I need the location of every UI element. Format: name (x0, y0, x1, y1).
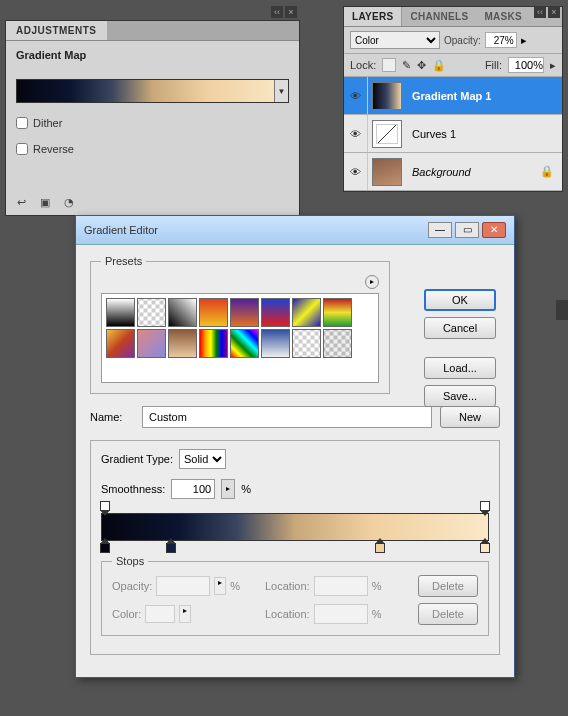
preset-swatch[interactable] (292, 298, 321, 327)
visibility-icon[interactable]: 👁 (344, 153, 368, 190)
preset-swatch[interactable] (323, 298, 352, 327)
layers-list: 👁Gradient Map 1👁Curves 1👁Background🔒 (344, 77, 562, 191)
lock-position-icon[interactable]: ✥ (417, 59, 426, 72)
gradient-editor-strip[interactable] (101, 513, 489, 541)
fill-input[interactable] (508, 57, 544, 73)
channels-tab[interactable]: CHANNELS (402, 7, 476, 26)
opacity-stop[interactable] (480, 501, 490, 511)
gradient-type-row: Gradient Type: Solid (101, 449, 489, 469)
preset-swatch[interactable] (199, 329, 228, 358)
dialog-titlebar[interactable]: Gradient Editor — ▭ ✕ (76, 216, 514, 245)
new-adj-icon[interactable]: ▣ (36, 193, 54, 211)
layer-thumbnail[interactable] (372, 82, 402, 110)
save-button[interactable]: Save... (424, 385, 496, 407)
stops-fieldset: Stops Opacity: ▸ % Location: % Delete (101, 555, 489, 636)
stop-color-swatch (145, 605, 175, 623)
layer-name[interactable]: Curves 1 (406, 128, 562, 140)
preset-swatch[interactable] (106, 298, 135, 327)
adjustments-tab[interactable]: ADJUSTMENTS (6, 21, 107, 40)
layer-name[interactable]: Gradient Map 1 (406, 90, 562, 102)
opacity-stepper-icon: ▸ (214, 577, 226, 595)
close-icon[interactable]: ✕ (482, 222, 506, 238)
preset-swatch[interactable] (323, 329, 352, 358)
layer-row[interactable]: 👁Background🔒 (344, 153, 562, 191)
layer-name[interactable]: Background (406, 166, 540, 178)
preset-swatch[interactable] (106, 329, 135, 358)
visibility-icon[interactable]: 👁 (344, 77, 368, 114)
preset-swatch[interactable] (230, 298, 259, 327)
preset-scroll[interactable] (101, 293, 379, 383)
gradient-bar[interactable] (101, 513, 489, 541)
dither-checkbox[interactable] (16, 117, 28, 129)
fill-flyout-icon[interactable]: ▸ (550, 59, 556, 72)
lock-all-icon[interactable]: 🔒 (432, 59, 446, 72)
reverse-checkbox[interactable] (16, 143, 28, 155)
gradient-preview[interactable]: ▼ (16, 79, 289, 103)
visibility-icon[interactable]: 👁 (344, 115, 368, 152)
layers-panel: ‹‹ × LAYERS CHANNELS MASKS Color Opacity… (343, 6, 563, 192)
preset-swatch[interactable] (168, 329, 197, 358)
cancel-button[interactable]: Cancel (424, 317, 496, 339)
opacity-flyout-icon[interactable]: ▸ (521, 34, 527, 47)
smoothness-pct: % (241, 483, 251, 495)
ok-button[interactable]: OK (424, 289, 496, 311)
opacity-input[interactable] (485, 32, 517, 48)
fill-label: Fill: (485, 59, 502, 71)
stop-location-label-2: Location: (265, 608, 310, 620)
preset-swatch[interactable] (137, 298, 166, 327)
lock-row: Lock: ✎ ✥ 🔒 Fill: ▸ (344, 54, 562, 77)
gradient-fieldset: Gradient Type: Solid Smoothness: ▸ % Sto… (90, 440, 500, 655)
name-label: Name: (90, 411, 134, 423)
preset-swatch[interactable] (168, 298, 197, 327)
layer-row[interactable]: 👁Curves 1 (344, 115, 562, 153)
stop-location-pct-1: % (372, 580, 382, 592)
preset-swatch[interactable] (137, 329, 166, 358)
color-stop[interactable] (375, 543, 385, 553)
preset-swatch[interactable] (261, 329, 290, 358)
dither-label: Dither (33, 117, 62, 129)
load-button[interactable]: Load... (424, 357, 496, 379)
collapse-icon[interactable]: ‹‹ (534, 6, 546, 18)
opacity-stop[interactable] (100, 501, 110, 511)
layer-thumbnail[interactable] (372, 158, 402, 186)
gradient-dropdown-icon[interactable]: ▼ (274, 80, 288, 102)
minimize-icon[interactable]: — (428, 222, 452, 238)
close-icon[interactable]: × (285, 6, 297, 18)
preset-swatch[interactable] (199, 298, 228, 327)
dither-checkbox-row[interactable]: Dither (16, 117, 289, 129)
name-input[interactable] (142, 406, 432, 428)
color-stop[interactable] (100, 543, 110, 553)
smoothness-input[interactable] (171, 479, 215, 499)
preset-swatch[interactable] (261, 298, 290, 327)
new-button[interactable]: New (440, 406, 500, 428)
opacity-label: Opacity: (444, 35, 481, 46)
layer-thumbnail[interactable] (372, 120, 402, 148)
dialog-buttons: OK Cancel Load... Save... (424, 289, 496, 407)
close-icon[interactable]: × (548, 6, 560, 18)
preset-swatch[interactable] (292, 329, 321, 358)
color-stop[interactable] (166, 543, 176, 553)
layers-tab[interactable]: LAYERS (344, 7, 402, 26)
maximize-icon[interactable]: ▭ (455, 222, 479, 238)
reverse-label: Reverse (33, 143, 74, 155)
collapse-icon[interactable]: ‹‹ (271, 6, 283, 18)
gradient-type-select[interactable]: Solid (179, 449, 226, 469)
color-stop[interactable] (480, 543, 490, 553)
masks-tab[interactable]: MASKS (476, 7, 530, 26)
back-icon[interactable]: ↩ (12, 193, 30, 211)
layers-panel-controls: ‹‹ × (534, 6, 560, 18)
reverse-checkbox-row[interactable]: Reverse (16, 143, 289, 155)
lock-paint-icon[interactable]: ✎ (402, 59, 411, 72)
presets-menu-icon[interactable]: ▸ (365, 275, 379, 289)
clip-icon[interactable]: ◔ (60, 193, 78, 211)
lock-icon: 🔒 (540, 165, 562, 178)
window-buttons: — ▭ ✕ (428, 222, 506, 238)
preset-swatch[interactable] (230, 329, 259, 358)
blend-mode-select[interactable]: Color (350, 31, 440, 49)
stop-location-input-1 (314, 576, 368, 596)
lock-transparency-icon[interactable] (382, 58, 396, 72)
layer-row[interactable]: 👁Gradient Map 1 (344, 77, 562, 115)
layers-header: LAYERS CHANNELS MASKS (344, 7, 562, 27)
preset-grid (106, 298, 358, 358)
smoothness-stepper-icon[interactable]: ▸ (221, 479, 235, 499)
